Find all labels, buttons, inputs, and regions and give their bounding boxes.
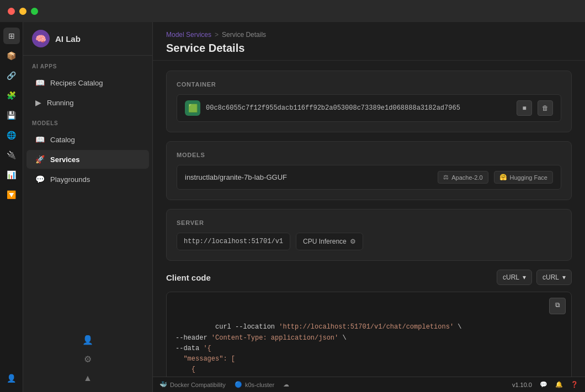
sidebar-item-label: Catalog	[50, 136, 75, 144]
close-button[interactable]	[8, 8, 15, 15]
collapse-sidebar-button[interactable]: ▲	[23, 369, 152, 388]
format-dropdown-label: cURL	[543, 273, 559, 281]
license-icon: ⚖	[443, 174, 449, 181]
chat-status-icon[interactable]: 💬	[540, 381, 547, 388]
dropdown-group: cURL ▾ cURL ▾	[497, 270, 572, 285]
container-row: 🟩 00c8c6055c7f12f955dacb116ff92b2a053008…	[177, 94, 561, 122]
stop-icon: ■	[522, 104, 526, 112]
main-content: Model Services > Service Details Service…	[153, 22, 585, 392]
icon-rail: ⊞ 📦 🔗 🧩 💾 🌐 🔌 📊 🔽 👤	[0, 22, 23, 392]
rail-globe-icon[interactable]: 🌐	[3, 127, 20, 143]
models-card: Models instructlab/granite-7b-lab-GGUF ⚖…	[166, 141, 572, 200]
section-label-ai-apps: AI APPS	[23, 56, 152, 73]
license-label: Apache-2.0	[451, 174, 482, 181]
trash-icon: 🗑	[542, 104, 549, 112]
hugging-face-tag[interactable]: 🤗 Hugging Face	[494, 171, 554, 184]
content-header: Model Services > Service Details Service…	[153, 22, 585, 61]
container-card: Container 🟩 00c8c6055c7f12f955dacb116ff9…	[166, 71, 572, 132]
cluster-label: k0s-cluster	[245, 382, 274, 388]
sidebar-item-label: Recipes Catalog	[50, 79, 103, 87]
cloud-icon-item[interactable]: ☁	[283, 381, 289, 388]
breadcrumb-current: Service Details	[222, 31, 266, 39]
rail-chart-icon[interactable]: 📊	[3, 167, 20, 183]
chat-icon: 💬	[35, 175, 45, 184]
server-url: http://localhost:51701/v1	[177, 233, 290, 250]
titlebar	[0, 0, 585, 22]
rail-grid-icon[interactable]: ⊞	[3, 28, 20, 44]
breadcrumb: Model Services > Service Details	[166, 31, 572, 39]
sidebar-item-services[interactable]: 🚀 Services	[26, 150, 149, 169]
model-row: instructlab/granite-7b-lab-GGUF ⚖ Apache…	[177, 165, 561, 190]
help-status-icon[interactable]: ❓	[571, 381, 578, 388]
chevron-down-icon-2: ▾	[562, 273, 566, 281]
chevron-down-icon: ▾	[523, 273, 526, 281]
book-icon: 📖	[35, 135, 45, 144]
sidebar-item-recipes-catalog[interactable]: 📖 Recipes Catalog	[26, 73, 149, 92]
container-app-icon: 🟩	[185, 100, 200, 116]
docker-compat-item[interactable]: 🐳 Docker Compatibility	[159, 381, 226, 388]
rocket-icon: 🚀	[35, 155, 45, 164]
rail-connect-icon[interactable]: 🔌	[3, 147, 20, 163]
sidebar-item-running[interactable]: ▶ Running	[26, 93, 149, 112]
cpu-gear-icon[interactable]: ⚙	[350, 238, 356, 245]
code-block: ⧉ curl --location 'http://localhost:5170…	[166, 292, 572, 377]
play-icon: ▶	[35, 98, 41, 107]
cpu-inference-badge: CPU Inference ⚙	[296, 233, 363, 250]
rail-user-icon[interactable]: 👤	[3, 370, 20, 386]
client-code-section: Client code cURL ▾ cURL ▾ ⧉	[166, 270, 572, 377]
sidebar-item-label: Running	[47, 99, 73, 107]
rail-link-icon[interactable]: 🔗	[3, 67, 20, 84]
container-id: 00c8c6055c7f12f955dacb116ff92b2a053008c7…	[206, 104, 511, 112]
sidebar-item-playgrounds[interactable]: 💬 Playgrounds	[26, 170, 149, 189]
hugging-face-icon: 🤗	[499, 174, 507, 181]
version-label: v1.10.0	[512, 382, 532, 388]
rail-box-icon[interactable]: 📦	[3, 47, 20, 64]
cloud-icon: ☁	[283, 381, 289, 388]
client-code-header: Client code cURL ▾ cURL ▾	[166, 270, 572, 285]
rail-collapse-icon[interactable]: 🔽	[3, 186, 20, 203]
hugging-face-label: Hugging Face	[510, 174, 548, 181]
delete-container-button[interactable]: 🗑	[538, 100, 553, 116]
rail-save-icon[interactable]: 💾	[3, 107, 20, 123]
content-area: Container 🟩 00c8c6055c7f12f955dacb116ff9…	[153, 61, 585, 377]
app-name: AI Lab	[55, 34, 81, 44]
models-label: Models	[177, 152, 561, 158]
book-icon: 📖	[35, 78, 45, 87]
sidebar-item-label: Playgrounds	[50, 175, 90, 184]
stop-container-button[interactable]: ■	[517, 100, 532, 116]
minimize-button[interactable]	[19, 8, 26, 15]
status-bar: 🐳 Docker Compatibility 🔵 k0s-cluster ☁ v…	[153, 377, 585, 392]
sidebar-bottom: 👤 ⚙ ▲	[23, 330, 152, 392]
license-tag[interactable]: ⚖ Apache-2.0	[438, 171, 488, 184]
language-dropdown[interactable]: cURL ▾	[497, 270, 532, 285]
page-title: Service Details	[166, 42, 572, 55]
sidebar: 🧠 AI Lab AI APPS 📖 Recipes Catalog ▶ Run…	[23, 22, 153, 392]
rail-plugin-icon[interactable]: 🧩	[3, 87, 20, 104]
sidebar-item-catalog[interactable]: 📖 Catalog	[26, 130, 149, 149]
container-label: Container	[177, 81, 561, 88]
sidebar-item-label: Services	[50, 155, 80, 164]
copy-icon: ⧉	[555, 300, 560, 311]
server-card: Server http://localhost:51701/v1 CPU Inf…	[166, 209, 572, 261]
server-row: http://localhost:51701/v1 CPU Inference …	[177, 233, 561, 250]
status-right: v1.10.0 💬 🔔 ❓	[512, 381, 578, 388]
cluster-item[interactable]: 🔵 k0s-cluster	[235, 381, 274, 388]
cluster-icon: 🔵	[235, 381, 242, 388]
model-name: instructlab/granite-7b-lab-GGUF	[185, 173, 432, 181]
language-dropdown-label: cURL	[503, 273, 519, 281]
docker-icon: 🐳	[159, 381, 167, 388]
section-label-models: MODELS	[23, 112, 152, 130]
breadcrumb-link[interactable]: Model Services	[166, 31, 211, 39]
bell-status-icon[interactable]: 🔔	[555, 381, 563, 388]
server-label: Server	[177, 219, 561, 226]
client-code-title: Client code	[166, 273, 211, 282]
format-dropdown[interactable]: cURL ▾	[536, 270, 572, 285]
gear-icon[interactable]: ⚙	[23, 350, 152, 369]
docker-compat-label: Docker Compatibility	[170, 382, 226, 388]
maximize-button[interactable]	[31, 8, 38, 15]
cpu-inference-label: CPU Inference	[303, 238, 347, 245]
app-logo: 🧠	[32, 30, 50, 47]
sidebar-header: 🧠 AI Lab	[23, 22, 152, 56]
copy-code-button[interactable]: ⧉	[549, 298, 566, 314]
user-settings-icon[interactable]: 👤	[23, 330, 152, 350]
